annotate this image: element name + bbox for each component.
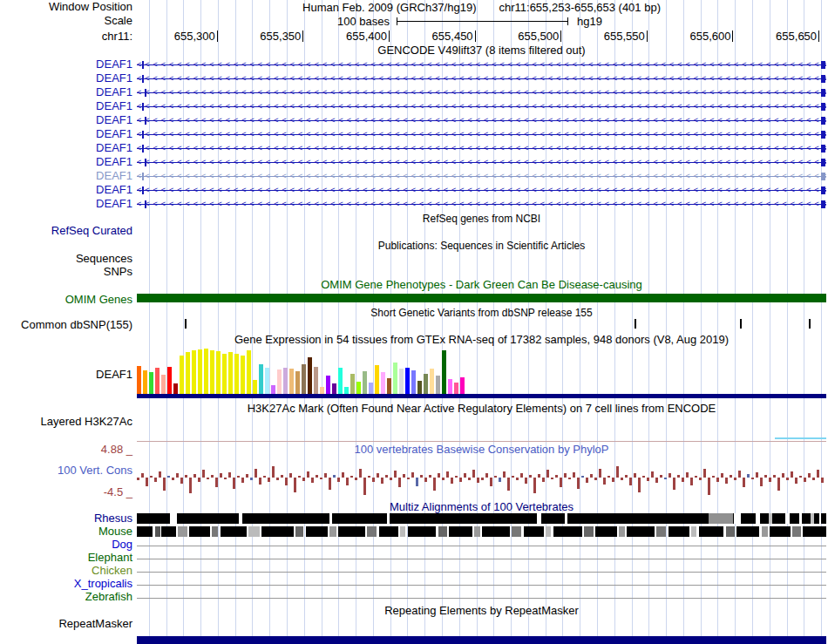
track-label-100-vert-cons[interactable]: 100 Vert. Cons bbox=[58, 464, 132, 477]
gtex-tissue-bar[interactable] bbox=[289, 369, 294, 394]
gtex-tissue-bar[interactable] bbox=[356, 382, 361, 394]
gene-transcript-row[interactable]: <<<<<<<<<<<<<<<<<<<<<<<<<<<<<<<<<<<<<<<<… bbox=[137, 71, 826, 85]
gtex-tissue-bar[interactable] bbox=[332, 383, 336, 394]
gtex-tissue-bar[interactable] bbox=[381, 372, 385, 394]
gtex-tissue-bar[interactable] bbox=[411, 370, 416, 394]
omim-gene-bar[interactable] bbox=[137, 294, 826, 302]
gtex-tissue-bar[interactable] bbox=[241, 356, 245, 394]
gtex-tissue-bar[interactable] bbox=[460, 377, 465, 394]
gtex-tissue-bar[interactable] bbox=[393, 363, 397, 394]
gtex-tissue-bar[interactable] bbox=[234, 354, 239, 394]
gtex-tissue-bar[interactable] bbox=[350, 374, 355, 394]
multiz-density-mouse[interactable] bbox=[137, 526, 826, 537]
gtex-tissue-bar[interactable] bbox=[320, 387, 324, 394]
gene-label[interactable]: DEAF1 bbox=[96, 86, 132, 98]
gtex-tissue-bar[interactable] bbox=[314, 367, 318, 394]
gtex-tissue-bar[interactable] bbox=[430, 369, 434, 394]
gtex-tissue-bar[interactable] bbox=[198, 349, 202, 394]
gtex-tissue-bar[interactable] bbox=[405, 368, 410, 394]
gtex-tissue-bar[interactable] bbox=[363, 371, 367, 394]
gtex-gene-model[interactable] bbox=[137, 394, 826, 398]
gtex-tissue-bar[interactable] bbox=[369, 383, 373, 394]
gene-transcript-row[interactable]: <<<<<<<<<<<<<<<<<<<<<<<<<<<<<<<<<<<<<<<<… bbox=[137, 155, 826, 169]
species-label-zebrafish[interactable]: Zebrafish bbox=[85, 591, 132, 603]
gene-label[interactable]: DEAF1 bbox=[96, 170, 132, 182]
gene-transcript-row[interactable]: <<<<<<<<<<<<<<<<<<<<<<<<<<<<<<<<<<<<<<<<… bbox=[137, 169, 826, 183]
species-label-elephant[interactable]: Elephant bbox=[88, 552, 132, 564]
gtex-tissue-bar[interactable] bbox=[180, 356, 184, 394]
phylop-wiggle[interactable] bbox=[137, 453, 826, 502]
gtex-tissue-bar[interactable] bbox=[375, 365, 379, 394]
gtex-tissue-bar[interactable] bbox=[155, 368, 159, 394]
multiz-density-rhesus[interactable] bbox=[137, 513, 826, 524]
gene-label[interactable]: DEAF1 bbox=[96, 184, 132, 196]
gtex-tissue-bar[interactable] bbox=[283, 368, 288, 394]
gtex-tissue-bar[interactable] bbox=[253, 380, 257, 394]
gene-label[interactable]: DEAF1 bbox=[96, 72, 132, 85]
gene-transcript-row[interactable]: <<<<<<<<<<<<<<<<<<<<<<<<<<<<<<<<<<<<<<<<… bbox=[137, 127, 826, 141]
track-label-snps[interactable]: SNPs bbox=[104, 266, 132, 278]
gene-label[interactable]: DEAF1 bbox=[96, 100, 132, 112]
gene-transcript-row[interactable]: <<<<<<<<<<<<<<<<<<<<<<<<<<<<<<<<<<<<<<<<… bbox=[137, 197, 826, 211]
gtex-tissue-bar[interactable] bbox=[149, 372, 153, 394]
multiz-line-zebrafish[interactable] bbox=[137, 598, 826, 599]
gtex-barchart[interactable] bbox=[137, 349, 826, 394]
gene-label[interactable]: DEAF1 bbox=[96, 156, 132, 168]
multiz-line-elephant[interactable] bbox=[137, 559, 826, 559]
gtex-tissue-bar[interactable] bbox=[424, 374, 428, 394]
gtex-tissue-bar[interactable] bbox=[167, 367, 172, 394]
multiz-line-chicken[interactable] bbox=[137, 572, 826, 573]
track-label-repeatmasker[interactable]: RepeatMasker bbox=[58, 618, 132, 630]
gtex-tissue-bar[interactable] bbox=[161, 375, 166, 394]
dbsnp-variant-tick[interactable] bbox=[185, 319, 187, 329]
gtex-tissue-bar[interactable] bbox=[216, 351, 221, 394]
gtex-tissue-bar[interactable] bbox=[387, 378, 391, 394]
gene-transcript-row[interactable]: <<<<<<<<<<<<<<<<<<<<<<<<<<<<<<<<<<<<<<<<… bbox=[137, 85, 826, 99]
multiz-line-x_tropicalis[interactable] bbox=[137, 585, 826, 586]
gene-label[interactable]: DEAF1 bbox=[96, 114, 132, 126]
gtex-tissue-bar[interactable] bbox=[399, 369, 404, 394]
gtex-tissue-bar[interactable] bbox=[302, 364, 306, 394]
species-label-x_tropicalis[interactable]: X_tropicalis bbox=[74, 578, 132, 590]
species-label-chicken[interactable]: Chicken bbox=[92, 565, 132, 577]
dbsnp-variant-tick[interactable] bbox=[740, 319, 742, 329]
dbsnp-variant-tick[interactable] bbox=[809, 319, 811, 329]
gene-label[interactable]: DEAF1 bbox=[96, 58, 132, 71]
gtex-tissue-bar[interactable] bbox=[247, 350, 251, 394]
gtex-tissue-bar[interactable] bbox=[143, 370, 147, 394]
track-label-refseq-curated[interactable]: RefSeq Curated bbox=[51, 225, 132, 237]
gene-label[interactable]: DEAF1 bbox=[96, 142, 132, 154]
track-label-sequences[interactable]: Sequences bbox=[76, 253, 132, 265]
gtex-tissue-bar[interactable] bbox=[308, 357, 312, 394]
gtex-tissue-bar[interactable] bbox=[173, 383, 178, 394]
dbsnp-variant-tick[interactable] bbox=[635, 319, 636, 329]
gtex-tissue-bar[interactable] bbox=[204, 349, 208, 394]
gtex-tissue-bar[interactable] bbox=[265, 368, 269, 394]
species-label-dog[interactable]: Dog bbox=[112, 539, 132, 551]
gtex-tissue-bar[interactable] bbox=[454, 383, 458, 394]
gtex-tissue-bar[interactable] bbox=[277, 369, 282, 394]
species-label-mouse[interactable]: Mouse bbox=[98, 525, 132, 538]
gtex-tissue-bar[interactable] bbox=[344, 387, 349, 394]
gene-label[interactable]: DEAF1 bbox=[96, 198, 132, 210]
gene-transcript-row[interactable]: <<<<<<<<<<<<<<<<<<<<<<<<<<<<<<<<<<<<<<<<… bbox=[137, 141, 826, 155]
multiz-line-dog[interactable] bbox=[137, 546, 826, 546]
gtex-tissue-bar[interactable] bbox=[228, 352, 233, 394]
gene-transcript-row[interactable]: <<<<<<<<<<<<<<<<<<<<<<<<<<<<<<<<<<<<<<<<… bbox=[137, 113, 826, 127]
gtex-tissue-bar[interactable] bbox=[295, 371, 300, 394]
gtex-tissue-bar[interactable] bbox=[326, 376, 330, 394]
gene-label[interactable]: DEAF1 bbox=[96, 128, 132, 140]
gene-transcript-row[interactable]: <<<<<<<<<<<<<<<<<<<<<<<<<<<<<<<<<<<<<<<<… bbox=[137, 99, 826, 113]
gtex-tissue-bar[interactable] bbox=[448, 379, 452, 394]
gtex-gene-label[interactable]: DEAF1 bbox=[96, 369, 132, 381]
gtex-tissue-bar[interactable] bbox=[137, 366, 141, 394]
gtex-tissue-bar[interactable] bbox=[259, 364, 263, 394]
gtex-tissue-bar[interactable] bbox=[210, 350, 214, 394]
gtex-tissue-bar[interactable] bbox=[271, 385, 275, 394]
gtex-tissue-bar[interactable] bbox=[222, 354, 227, 394]
gene-transcript-row[interactable]: <<<<<<<<<<<<<<<<<<<<<<<<<<<<<<<<<<<<<<<<… bbox=[137, 183, 826, 197]
gtex-tissue-bar[interactable] bbox=[192, 350, 196, 394]
gtex-tissue-bar[interactable] bbox=[186, 352, 190, 394]
gtex-tissue-bar[interactable] bbox=[338, 368, 343, 394]
gtex-tissue-bar[interactable] bbox=[442, 350, 446, 394]
